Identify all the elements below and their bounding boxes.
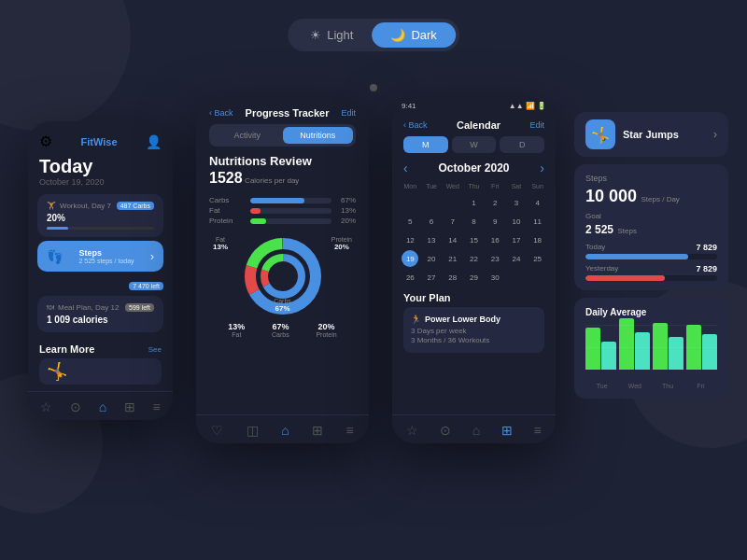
chart-container: Tue Wed Thu Fri <box>585 325 717 389</box>
cal-day[interactable]: 7 <box>444 213 461 230</box>
workout-card[interactable]: 🏋 Workout, Day 7 487 Carbs 20% <box>37 194 163 237</box>
chart-group-wed <box>619 318 650 370</box>
donut-labels: 13% Fat 67% Carbs 20% Protein <box>196 322 369 343</box>
label-wed: Wed <box>618 383 651 389</box>
right-panel: 🤸 Star Jumps › Steps 10 000 Steps / Day … <box>574 112 728 399</box>
cal-day[interactable]: 2 <box>486 194 503 211</box>
cal-day[interactable]: 22 <box>465 250 482 267</box>
cal-day[interactable]: 21 <box>444 250 461 267</box>
cal-day[interactable]: 4 <box>529 194 546 211</box>
today-bar-track <box>585 254 717 259</box>
nav2-menu[interactable]: ≡ <box>346 423 354 438</box>
cal-day[interactable]: 8 <box>465 213 482 230</box>
cal-day[interactable]: 29 <box>465 269 482 286</box>
cal-day[interactable]: 10 <box>508 213 525 230</box>
steps-arrow-icon: › <box>150 250 154 263</box>
steps-value: 2 525 steps / today <box>78 258 134 264</box>
nav3-tracker[interactable]: ⊙ <box>440 423 451 438</box>
cal-day[interactable]: 6 <box>423 213 440 230</box>
cal-day[interactable]: 23 <box>486 250 503 267</box>
nav-calendar[interactable]: ⊞ <box>124 399 135 414</box>
light-mode-button[interactable]: ☀ Light <box>291 22 372 48</box>
phone-calendar: 9:41 ▲▲ 📶 🔋 ‹ Back Calendar Edit M W D ‹… <box>392 98 556 443</box>
next-month-button[interactable]: › <box>540 161 544 175</box>
meal-badge: 599 left <box>125 303 154 312</box>
tab-month[interactable]: M <box>403 136 448 153</box>
cal-day[interactable]: 18 <box>529 231 546 248</box>
nav3-menu[interactable]: ≡ <box>533 423 541 438</box>
nav2-favorites[interactable]: ♡ <box>211 423 223 438</box>
steps-card[interactable]: 👣 Steps 2 525 steps / today › <box>37 241 163 272</box>
chart-group-thu <box>653 323 684 370</box>
nav3-favorites[interactable]: ☆ <box>406 423 418 438</box>
exercise-icon-box: 🤸 <box>585 119 615 149</box>
cal-day[interactable]: 28 <box>444 269 461 286</box>
dark-mode-button[interactable]: 🌙 Dark <box>372 22 455 48</box>
back-button[interactable]: ‹ Back <box>209 108 233 118</box>
cal-day[interactable]: 17 <box>508 231 525 248</box>
cal-day[interactable]: 13 <box>423 231 440 248</box>
goal-label: Goal <box>585 212 717 220</box>
nav3-calendar[interactable]: ⊞ <box>501 423 513 438</box>
light-label: Light <box>327 28 353 42</box>
cal-day[interactable]: 26 <box>402 269 418 286</box>
sun-icon: ☀ <box>310 28 321 42</box>
cal-day[interactable]: 15 <box>465 231 482 248</box>
cal-day[interactable]: 1 <box>465 194 482 211</box>
learn-more-preview: 🤸 <box>39 358 162 385</box>
tab-week[interactable]: W <box>452 136 497 153</box>
exercise-figure-icon: 🤸 <box>591 126 610 144</box>
chevron-right-icon: › <box>713 128 717 141</box>
gear-icon[interactable]: ⚙ <box>39 133 52 150</box>
tab-activity[interactable]: Activity <box>212 127 283 144</box>
cal-day-today[interactable]: 19 <box>402 250 418 267</box>
exercise-name: Star Jumps <box>623 129 706 140</box>
see-more-link[interactable]: See <box>148 345 162 354</box>
cal-day[interactable]: 14 <box>444 231 461 248</box>
phone3-nav: ☆ ⊙ ⌂ ⊞ ≡ <box>392 414 556 443</box>
prev-month-button[interactable]: ‹ <box>403 161 408 175</box>
nav-home[interactable]: ⌂ <box>99 399 106 414</box>
steps-big-value: 10 000 Steps / Day <box>585 187 717 206</box>
yesterday-bar-fill <box>585 275 665 281</box>
nav-tracker[interactable]: ⊙ <box>70 399 81 414</box>
cal-day[interactable]: 30 <box>486 269 503 286</box>
nav-favorites[interactable]: ☆ <box>40 399 52 414</box>
meal-card[interactable]: 🍽 Meal Plan, Day 12 599 left 1 009 calor… <box>37 296 163 332</box>
tab-nutrition[interactable]: Nutritions <box>283 127 354 144</box>
macro-carbs: Carbs 67% <box>209 196 356 204</box>
nav3-home[interactable]: ⌂ <box>472 423 480 438</box>
edit-button[interactable]: Edit <box>341 108 356 118</box>
cal-day[interactable]: 12 <box>402 231 418 248</box>
nav-menu[interactable]: ≡ <box>152 399 160 414</box>
nav2-home[interactable]: ⌂ <box>281 423 289 438</box>
steps-info: Steps 2 525 steps / today <box>78 248 134 264</box>
daily-avg-title: Daily Average <box>585 307 717 317</box>
cal-day[interactable]: 9 <box>486 213 503 230</box>
cal-back-button[interactable]: ‹ Back <box>403 120 428 130</box>
nav2-calendar[interactable]: ⊞ <box>312 423 323 438</box>
cal-day[interactable]: 11 <box>529 213 546 230</box>
learn-more-section: Learn More See 🤸 <box>28 336 173 388</box>
donut-chart-area: Fat13% Carbs67% Protein20% <box>196 227 369 322</box>
learn-more-icon: 🤸 <box>47 361 67 382</box>
workout-progress-fill <box>47 227 68 230</box>
status-time: 9:41 <box>402 102 416 110</box>
cal-day[interactable]: 25 <box>529 250 546 267</box>
cal-day <box>423 194 440 211</box>
plan-months: 3 Months / 36 Workouts <box>411 336 537 344</box>
your-plan-title: Your Plan <box>403 292 544 303</box>
cal-day[interactable]: 27 <box>423 269 440 286</box>
cal-day[interactable]: 20 <box>423 250 440 267</box>
cal-day[interactable]: 5 <box>402 213 418 230</box>
star-jumps-card[interactable]: 🤸 Star Jumps › <box>574 112 728 157</box>
today-subtitle: October 19, 2020 <box>28 177 173 187</box>
cal-day[interactable]: 16 <box>486 231 503 248</box>
cal-day[interactable]: 3 <box>508 194 525 211</box>
tab-day[interactable]: D <box>500 136 544 153</box>
cal-edit-button[interactable]: Edit <box>529 120 544 130</box>
cal-day[interactable]: 24 <box>508 250 525 267</box>
nav2-tracker[interactable]: ◫ <box>247 423 259 438</box>
protein-fill <box>250 218 266 224</box>
plan-card[interactable]: 🏃 Power Lower Body 3 Days per week 3 Mon… <box>403 307 544 353</box>
